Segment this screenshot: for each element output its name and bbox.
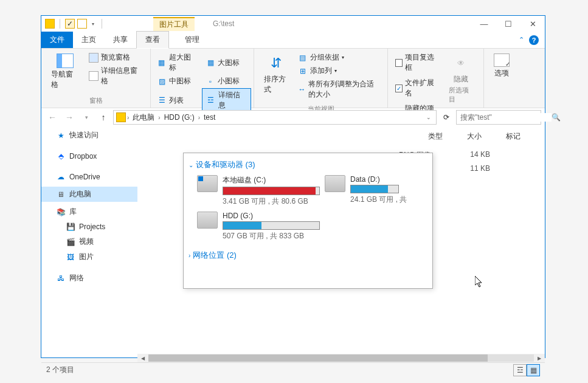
nav-pane-label: 导航窗格	[51, 69, 79, 90]
qat-btn[interactable]: ✓	[65, 19, 75, 29]
search-icon[interactable]: 🔍	[552, 113, 561, 122]
picture-icon: 🖼	[66, 252, 75, 262]
sidebar-projects[interactable]: 💾Projects	[41, 219, 137, 234]
drive-icon	[197, 175, 218, 192]
group-by-button[interactable]: ▤分组依据 ▾	[296, 51, 382, 64]
window-title: G:\test	[213, 19, 234, 28]
drive-icon	[325, 175, 345, 192]
nav-pane-button[interactable]: 导航窗格	[46, 51, 84, 92]
options-icon: ✓	[494, 53, 510, 67]
sidebar-this-pc[interactable]: 🖥此电脑	[41, 187, 137, 202]
maximize-button[interactable]: ☐	[496, 16, 521, 32]
drive-c[interactable]: 本地磁盘 (C:) 3.41 GB 可用 , 共 80.6 GB	[197, 175, 320, 207]
view-xl-icons[interactable]: ▦超大图标	[153, 51, 201, 74]
tab-home[interactable]: 主页	[73, 32, 105, 48]
file-ext-toggle[interactable]: ✓文件扩展名	[393, 77, 441, 100]
status-text: 2 个项目	[46, 365, 74, 375]
drives-popup: ⌄设备和驱动器 (3) 本地磁盘 (C:) 3.41 GB 可用 , 共 80.…	[183, 153, 433, 289]
breadcrumb-folder[interactable]: test	[201, 112, 218, 123]
view-medium-icons[interactable]: ▨中图标	[153, 75, 201, 88]
hide-icon: 👁	[451, 53, 471, 73]
sidebar-videos[interactable]: 🎬视频	[41, 234, 137, 249]
dropbox-icon: ⬘	[56, 151, 66, 161]
forward-button[interactable]: →	[62, 110, 77, 125]
tab-manage[interactable]: 管理	[176, 32, 208, 48]
back-button[interactable]: ←	[45, 110, 60, 125]
view-details[interactable]: ☲详细信息	[202, 88, 251, 112]
col-tags[interactable]: 标记	[506, 131, 521, 142]
breadcrumb-dropdown[interactable]: ⌄	[426, 114, 434, 120]
breadcrumb[interactable]: › 此电脑 › HDD (G:) › test ⌄	[113, 110, 437, 125]
add-columns-button[interactable]: ⊞添加列 ▾	[296, 64, 382, 77]
tab-share[interactable]: 共享	[105, 32, 136, 48]
chevron-down-icon: ⌄	[189, 162, 193, 168]
sort-by-button[interactable]: ⇵ 排序方式	[259, 51, 293, 101]
qat-btn[interactable]	[77, 19, 87, 29]
drive-d[interactable]: Data (D:) 24.1 GB 可用 , 共	[325, 175, 407, 207]
hide-selected-button[interactable]: 👁 隐藏 所选项目	[444, 51, 479, 125]
explorer-window: ✓ ▾ 图片工具 G:\test — ☐ ✕ 文件 主页 共享 查看 管理 ⌃ …	[41, 15, 545, 358]
sidebar-pictures[interactable]: 🖼图片	[41, 249, 137, 264]
sidebar-library[interactable]: 📚库	[41, 204, 137, 219]
sort-icon: ⇵	[266, 53, 286, 73]
horizontal-scrollbar[interactable]: ◀ ▶	[137, 354, 545, 362]
tab-view[interactable]: 查看	[136, 31, 169, 49]
preview-pane-button[interactable]: 预览窗格	[86, 51, 145, 64]
folder-icon	[116, 112, 126, 122]
usage-bar	[350, 185, 399, 193]
sidebar-quick-access[interactable]: ★快速访问	[41, 128, 137, 143]
col-type[interactable]: 类型	[428, 131, 443, 142]
col-size[interactable]: 大小	[467, 131, 482, 142]
breadcrumb-drive[interactable]: HDD (G:)	[162, 112, 197, 123]
fit-columns-button[interactable]: ↔将所有列调整为合适的大小	[296, 78, 382, 101]
video-icon: 🎬	[66, 237, 75, 247]
drive-g[interactable]: HDD (G:) 507 GB 可用 , 共 833 GB	[197, 212, 320, 241]
up-button[interactable]: ↑	[96, 110, 111, 125]
view-icons-toggle[interactable]: ▦	[527, 364, 540, 376]
devices-section-header[interactable]: ⌄设备和驱动器 (3)	[187, 157, 429, 173]
titlebar[interactable]: ✓ ▾ 图片工具 G:\test — ☐ ✕	[41, 16, 545, 32]
tab-file[interactable]: 文件	[41, 32, 73, 48]
star-icon: ★	[56, 131, 66, 140]
scroll-right[interactable]: ▶	[535, 354, 544, 362]
usage-bar	[223, 221, 320, 230]
sidebar-network[interactable]: 🖧网络	[41, 271, 137, 286]
view-list[interactable]: ☰列表	[153, 88, 201, 112]
nav-tree[interactable]: ★快速访问 ⬘Dropbox ☁OneDrive 🖥此电脑 📚库 💾Projec…	[41, 126, 137, 354]
options-button[interactable]: ✓ 选项	[489, 51, 514, 94]
library-icon: 📚	[56, 207, 66, 217]
ribbon: 导航窗格 预览窗格 详细信息窗格 窗格 ▦超大图标 ▦大图标 ▨中图标 ▫小图标…	[41, 49, 545, 108]
network-section-header[interactable]: ›网络位置 (2)	[187, 247, 429, 263]
pane-icon	[57, 53, 74, 68]
disk-icon: 💾	[66, 222, 75, 232]
details-pane-button[interactable]: 详细信息窗格	[86, 64, 145, 88]
view-large-icons[interactable]: ▦大图标	[202, 51, 251, 74]
ribbon-group-label: 窗格	[41, 95, 150, 108]
drive-icon	[197, 212, 218, 229]
folder-icon	[45, 19, 55, 29]
collapse-ribbon-icon[interactable]: ⌃	[519, 36, 524, 44]
minimize-button[interactable]: —	[472, 16, 496, 32]
sidebar-dropbox[interactable]: ⬘Dropbox	[41, 149, 137, 164]
onedrive-icon: ☁	[56, 172, 66, 182]
close-button[interactable]: ✕	[521, 16, 545, 32]
status-bar: 2 个项目 ☲ ▦	[41, 362, 545, 377]
breadcrumb-pc[interactable]: 此电脑	[130, 111, 157, 124]
view-small-icons[interactable]: ▫小图标	[202, 75, 251, 88]
item-checkboxes-toggle[interactable]: 项目复选框	[393, 51, 441, 74]
scroll-thumb[interactable]	[148, 354, 488, 362]
qat-dropdown[interactable]: ▾	[89, 21, 97, 27]
network-icon: 🖧	[56, 274, 66, 283]
ribbon-tabs: 文件 主页 共享 查看 管理 ⌃ ?	[41, 32, 545, 49]
scroll-left[interactable]: ◀	[139, 354, 147, 362]
contextual-tab[interactable]: 图片工具	[153, 17, 195, 31]
pc-icon: 🖥	[56, 190, 66, 199]
usage-bar	[223, 187, 320, 195]
chevron-right-icon: ›	[189, 252, 190, 259]
view-details-toggle[interactable]: ☲	[513, 364, 527, 376]
help-icon[interactable]: ?	[529, 35, 539, 45]
history-dropdown[interactable]: ▾	[79, 110, 94, 125]
sidebar-onedrive[interactable]: ☁OneDrive	[41, 170, 137, 184]
